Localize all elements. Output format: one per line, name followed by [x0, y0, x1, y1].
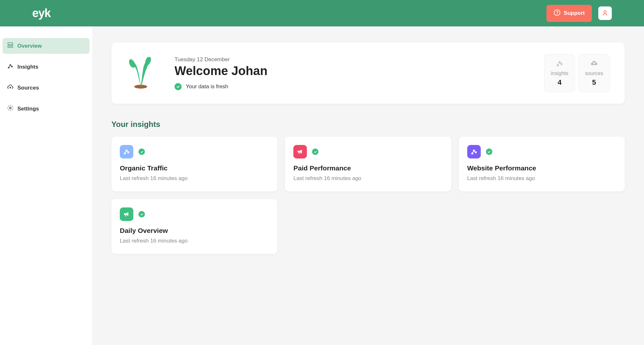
svg-point-15 [561, 63, 562, 65]
network-icon [467, 145, 481, 158]
sources-icon [7, 84, 14, 92]
check-icon [175, 83, 182, 90]
sidebar-item-label: Settings [17, 106, 39, 112]
insight-subtitle: Last refresh 16 minutes ago [120, 175, 269, 182]
sidebar: Overview Insights Sources [0, 26, 92, 345]
svg-point-9 [10, 107, 11, 109]
check-icon [486, 149, 492, 155]
data-fresh-status: Your data is fresh [175, 83, 525, 90]
insight-subtitle: Last refresh 16 minutes ago [467, 175, 616, 182]
sidebar-item-label: Insights [17, 64, 38, 70]
network-icon [120, 145, 133, 158]
help-icon [554, 9, 561, 18]
insight-subtitle: Last refresh 16 minutes ago [120, 238, 269, 244]
overview-icon [7, 42, 14, 50]
header: eyk Support [0, 0, 644, 26]
megaphone-icon [120, 207, 133, 221]
date-text: Tuesday 12 December [175, 56, 525, 63]
sidebar-item-insights[interactable]: Insights [3, 59, 90, 75]
sidebar-item-overview[interactable]: Overview [3, 38, 90, 54]
gear-icon [7, 105, 14, 113]
stat-insights: insights 4 [544, 54, 575, 92]
svg-point-7 [10, 64, 11, 65]
sidebar-item-sources[interactable]: Sources [3, 80, 90, 96]
support-label: Support [564, 10, 585, 16]
main-content: Tuesday 12 December Welcome Johan Your d… [92, 26, 644, 345]
check-icon [138, 211, 145, 217]
insight-subtitle: Last refresh 16 minutes ago [293, 175, 442, 182]
sidebar-item-settings[interactable]: Settings [3, 101, 90, 117]
svg-point-13 [557, 65, 558, 66]
support-button[interactable]: Support [546, 5, 592, 22]
svg-point-18 [128, 152, 129, 153]
section-title: Your insights [111, 120, 625, 129]
logo: eyk [32, 6, 51, 20]
megaphone-icon [293, 145, 307, 158]
svg-point-20 [473, 150, 475, 151]
sources-stat-icon [585, 60, 603, 69]
insight-card[interactable]: Paid Performance Last refresh 16 minutes… [285, 137, 451, 191]
svg-point-1 [557, 14, 557, 14]
check-icon [312, 149, 318, 155]
svg-rect-4 [8, 46, 10, 48]
status-text: Your data is fresh [186, 83, 228, 90]
welcome-card: Tuesday 12 December Welcome Johan Your d… [111, 43, 625, 104]
svg-point-17 [126, 150, 127, 151]
insight-card[interactable]: Daily Overview Last refresh 16 minutes a… [111, 199, 277, 254]
svg-point-19 [471, 153, 473, 154]
user-button[interactable] [598, 6, 612, 20]
stat-value: 5 [585, 78, 603, 87]
stat-label: insights [551, 71, 568, 76]
insight-title: Paid Performance [293, 164, 442, 172]
plant-illustration [126, 57, 155, 89]
insights-stat-icon [551, 60, 568, 69]
svg-point-8 [11, 66, 12, 67]
check-icon [138, 149, 145, 155]
svg-rect-3 [8, 43, 13, 45]
welcome-title: Welcome Johan [175, 64, 525, 78]
svg-rect-5 [11, 46, 13, 48]
sidebar-item-label: Sources [17, 85, 39, 91]
svg-point-14 [559, 62, 560, 63]
svg-point-6 [8, 67, 9, 68]
stat-label: sources [585, 71, 603, 76]
svg-point-2 [604, 10, 606, 13]
insight-card[interactable]: Organic Traffic Last refresh 16 minutes … [111, 137, 277, 191]
insight-card[interactable]: Website Performance Last refresh 16 minu… [459, 137, 625, 191]
insights-grid: Organic Traffic Last refresh 16 minutes … [111, 137, 625, 254]
insight-title: Organic Traffic [120, 164, 269, 172]
insights-icon [7, 63, 14, 71]
sidebar-item-label: Overview [17, 43, 42, 49]
svg-point-16 [124, 153, 126, 154]
user-icon [601, 9, 609, 17]
insight-title: Website Performance [467, 164, 616, 172]
svg-point-21 [475, 152, 476, 153]
insight-title: Daily Overview [120, 227, 269, 235]
stat-value: 4 [551, 78, 568, 87]
stat-sources: sources 5 [578, 54, 610, 92]
